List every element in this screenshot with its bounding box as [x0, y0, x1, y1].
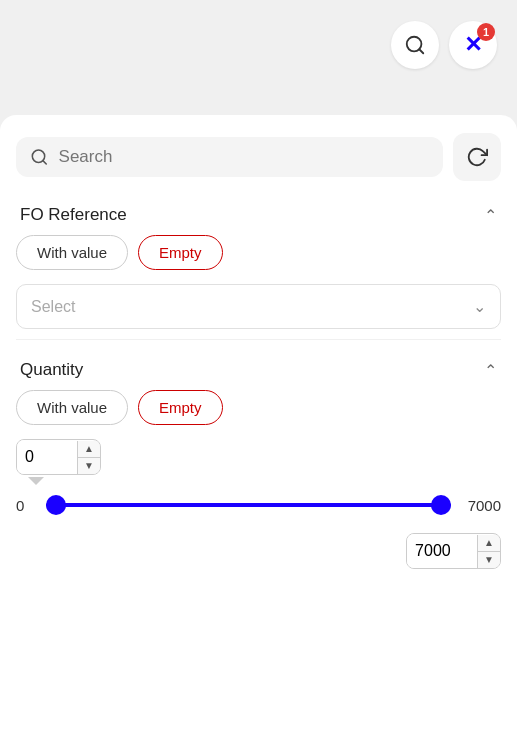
- qty-empty-button[interactable]: Empty: [138, 390, 223, 425]
- search-input[interactable]: [59, 147, 429, 167]
- max-input-row: ▲ ▼: [16, 533, 501, 569]
- fo-reference-chevron[interactable]: ⌃: [484, 206, 497, 225]
- quantity-toggle-group: With value Empty: [16, 390, 501, 425]
- max-value-increment[interactable]: ▲: [478, 535, 500, 552]
- close-button[interactable]: ✕ 1: [449, 21, 497, 69]
- search-icon: [30, 147, 49, 167]
- quantity-section: Quantity ⌃ With value Empty ▲ ▼ 0: [0, 346, 517, 569]
- min-value-input-wrapper[interactable]: ▲ ▼: [16, 439, 101, 475]
- refresh-button[interactable]: [453, 133, 501, 181]
- svg-line-1: [419, 49, 423, 53]
- section-divider: [16, 339, 501, 340]
- search-button[interactable]: [391, 21, 439, 69]
- fo-reference-section: FO Reference ⌃ With value Empty Select ⌄: [0, 191, 517, 329]
- max-value-decrement[interactable]: ▼: [478, 552, 500, 568]
- range-thumb-left[interactable]: [46, 495, 66, 515]
- range-max-label: 7000: [461, 497, 501, 514]
- range-slider-row: 0 7000: [16, 493, 501, 517]
- refresh-icon: [466, 146, 488, 168]
- quantity-chevron[interactable]: ⌃: [484, 361, 497, 380]
- range-min-label: 0: [16, 497, 36, 514]
- fo-reference-header: FO Reference ⌃: [16, 191, 501, 235]
- range-slider[interactable]: [46, 493, 451, 517]
- qty-with-value-button[interactable]: With value: [16, 390, 128, 425]
- fo-reference-title: FO Reference: [20, 205, 127, 225]
- min-value-spinners: ▲ ▼: [77, 441, 100, 474]
- notification-badge: 1: [477, 23, 495, 41]
- min-value-increment[interactable]: ▲: [78, 441, 100, 458]
- select-placeholder: Select: [31, 298, 75, 316]
- quantity-header: Quantity ⌃: [16, 346, 501, 390]
- tooltip-arrow: [28, 477, 44, 485]
- quantity-title: Quantity: [20, 360, 83, 380]
- top-bar: ✕ 1: [0, 0, 517, 90]
- fo-with-value-button[interactable]: With value: [16, 235, 128, 270]
- select-chevron-icon: ⌄: [473, 297, 486, 316]
- max-value-spinners: ▲ ▼: [477, 535, 500, 568]
- min-value-input[interactable]: [17, 440, 77, 474]
- min-value-decrement[interactable]: ▼: [78, 458, 100, 474]
- range-track: [46, 503, 451, 507]
- max-value-input-wrapper[interactable]: ▲ ▼: [406, 533, 501, 569]
- range-thumb-right[interactable]: [431, 495, 451, 515]
- max-value-input[interactable]: [407, 534, 477, 568]
- fo-reference-select[interactable]: Select ⌄: [16, 284, 501, 329]
- search-input-wrapper[interactable]: [16, 137, 443, 177]
- search-bar: [16, 133, 501, 181]
- filter-panel: FO Reference ⌃ With value Empty Select ⌄…: [0, 115, 517, 737]
- svg-line-3: [43, 161, 46, 164]
- fo-empty-button[interactable]: Empty: [138, 235, 223, 270]
- fo-reference-toggle-group: With value Empty: [16, 235, 501, 270]
